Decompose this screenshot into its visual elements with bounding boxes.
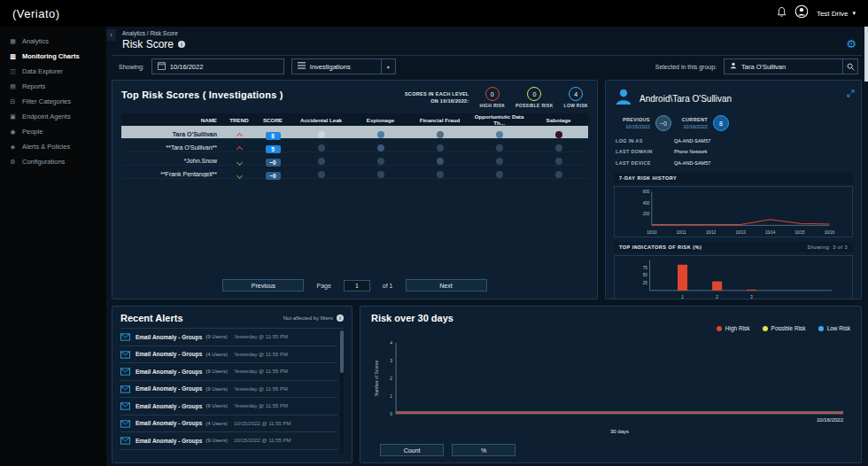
svg-text:200: 200	[643, 212, 650, 216]
filter-bar: Showing: 10/16/2022 Investigations ▾ Sel…	[112, 55, 862, 78]
alert-list-item[interactable]: Email Anomaly - Groups(4 Users)10/15/202…	[120, 416, 337, 433]
alert-list-item[interactable]: Email Anomaly - Groups(9 Users)Yesterday…	[120, 398, 337, 416]
sidebar-item-configurations[interactable]: ⚙Configurations	[0, 154, 106, 169]
svg-text:75: 75	[643, 266, 648, 270]
espionage-dot	[377, 171, 384, 178]
email-envelope-icon	[120, 329, 134, 345]
indicators-showing-count: Showing: 3 of 3	[808, 245, 848, 250]
opportunistic-dot	[496, 158, 503, 165]
page-of-label: of 1	[383, 283, 393, 289]
login-as-row: LOG IN ASQA-AND-SAM57	[616, 137, 853, 144]
table-row[interactable]: *John.Snow ~0	[121, 152, 588, 166]
selected-user-name: Android\Tara O'Sullivan	[639, 94, 732, 104]
recent-alerts-panel: Recent Alerts Not affected by filters i …	[112, 306, 353, 463]
search-icon[interactable]	[842, 59, 857, 74]
settings-gear-icon[interactable]: ⚙	[846, 37, 856, 50]
financial-fraud-dot	[437, 158, 444, 165]
table-header: NAME TREND SCORE Accidental Leak Espiona…	[121, 113, 588, 126]
info-icon[interactable]: i	[337, 315, 344, 322]
selected-user-value: Tara O'Sullivan	[741, 63, 786, 71]
page-number-input[interactable]: 1	[344, 280, 370, 291]
alert-list-item[interactable]: Email Anomaly - Groups(4 Users)Yesterday…	[120, 346, 337, 364]
sidebar-item-filter-categories[interactable]: ⊟Filter Categories	[0, 94, 106, 109]
breadcrumb: Analytics / Risk Score	[122, 30, 185, 36]
svg-text:600: 600	[643, 190, 650, 194]
svg-text:10/13: 10/13	[735, 230, 746, 235]
sabotage-dot	[555, 171, 562, 178]
scores-caption: SCORES IN EACH LEVEL ON 10/16/2022:	[405, 90, 469, 105]
info-icon[interactable]: i	[178, 41, 185, 48]
user-avatar-icon	[614, 87, 633, 110]
chevron-down-icon[interactable]: ▾	[852, 10, 856, 17]
filters-note: Not affected by filters i	[283, 315, 344, 322]
sidebar-collapse-button[interactable]: ‹	[106, 29, 116, 41]
analytics-icon: ▦	[9, 38, 17, 45]
page-title: Risk Score	[122, 38, 174, 50]
monitoring-charts-icon: ▥	[9, 53, 17, 60]
current-score: CURRENT 10/16/2022 8	[682, 115, 729, 131]
seven-day-risk-history-chart: 20040060010/1010/1110/1210/1310/1410/151…	[614, 186, 853, 237]
accidental-leak-dot	[318, 144, 325, 151]
email-envelope-icon	[120, 363, 134, 379]
page-scrollbar[interactable]	[864, 27, 868, 466]
date-picker[interactable]: 10/16/2022	[151, 58, 284, 74]
top-indicators-header: TOP INDICATORS OF RISK (%) Showing: 3 of…	[614, 242, 853, 252]
svg-text:30 days: 30 days	[610, 429, 629, 434]
sidebar-item-analytics[interactable]: ▦Analytics	[0, 34, 106, 49]
espionage-dot	[377, 144, 384, 151]
user-avatar-icon[interactable]	[794, 4, 809, 22]
user-name: **Frank Pentangeli**	[121, 171, 224, 177]
notifications-bell-icon[interactable]	[777, 5, 787, 21]
svg-text:1: 1	[390, 393, 392, 399]
svg-text:400: 400	[643, 200, 650, 205]
alert-list-item[interactable]: Email Anomaly - Groups(9 Users)10/15/202…	[120, 432, 337, 450]
top-indicators-chart: 255075123	[614, 255, 853, 299]
percent-button[interactable]: %	[452, 444, 515, 456]
user-name: **Tara O'Sullivan**	[121, 144, 224, 151]
table-row[interactable]: **Tara O'Sullivan** 5	[121, 139, 588, 152]
table-row[interactable]: Tara O'Sullivan 8	[121, 126, 588, 139]
espionage-dot	[377, 131, 384, 138]
reports-icon: ▤	[9, 83, 17, 90]
risk-scores-table: NAME TREND SCORE Accidental Leak Espiona…	[121, 113, 588, 276]
last-device-row: LAST DEVICEQA-AND-SAM57	[616, 159, 853, 167]
sabotage-dot	[555, 144, 562, 151]
alert-list-item[interactable]: Email Anomaly - Groups(9 Users)Yesterday…	[120, 381, 337, 399]
sidebar-item-data-explorer[interactable]: ◫Data Explorer	[0, 64, 106, 79]
chevron-down-icon[interactable]: ▾	[381, 59, 395, 74]
showing-label: Showing:	[119, 64, 144, 70]
email-envelope-icon	[120, 432, 134, 448]
risk-over-30-days-chart: 01234Number of Scores10/16/202230 days	[371, 333, 850, 438]
alert-list-item[interactable]: Email Anomaly - Groups(9 Users)Yesterday…	[120, 363, 337, 381]
svg-text:10/11: 10/11	[677, 230, 686, 235]
alerts-scrollbar[interactable]	[340, 330, 344, 454]
sidebar-item-monitoring-charts[interactable]: ▥Monitoring Charts	[0, 49, 106, 64]
veriato-app: (Veriato) Test Drive ▾ ▦Analytics ▥Monit…	[0, 0, 868, 466]
sidebar-item-reports[interactable]: ▤Reports	[0, 79, 106, 94]
sidebar-item-alerts-policies[interactable]: ◈Alerts & Policies	[0, 139, 106, 154]
svg-text:0: 0	[390, 411, 392, 416]
financial-fraud-dot	[437, 171, 444, 178]
opportunistic-dot	[496, 144, 503, 151]
topbar: (Veriato) Test Drive ▾	[0, 0, 868, 27]
next-page-button[interactable]: Next	[406, 279, 487, 291]
accidental-leak-dot	[318, 158, 325, 165]
alerts-list: Email Anomaly - Groups(9 Users)Yesterday…	[120, 328, 344, 456]
user-menu[interactable]: Test Drive	[817, 10, 849, 18]
previous-page-button[interactable]: Previous	[222, 279, 304, 291]
sidebar-item-people[interactable]: ◉People	[0, 124, 106, 139]
person-icon	[730, 62, 737, 71]
possible-risk-count: 0 POSSIBLE RISK	[515, 87, 554, 108]
top-risk-scores-panel: Top Risk Scores ( Investigations ) SCORE…	[112, 80, 598, 299]
alert-list-item[interactable]: Email Anomaly - Groups(9 Users)Yesterday…	[120, 329, 337, 346]
group-list-icon	[298, 62, 306, 71]
group-dropdown[interactable]: Investigations ▾	[291, 58, 396, 74]
selected-user-search[interactable]: Tara O'Sullivan	[724, 58, 858, 74]
table-row[interactable]: **Frank Pentangeli** ~0	[121, 166, 588, 179]
email-envelope-icon	[120, 381, 134, 397]
accidental-leak-dot	[318, 131, 325, 138]
sidebar-item-endpoint-agents[interactable]: ▣Endpoint Agents	[0, 109, 106, 124]
group-value: Investigations	[310, 63, 351, 71]
count-button[interactable]: Count	[380, 444, 444, 456]
expand-icon[interactable]	[847, 85, 855, 101]
